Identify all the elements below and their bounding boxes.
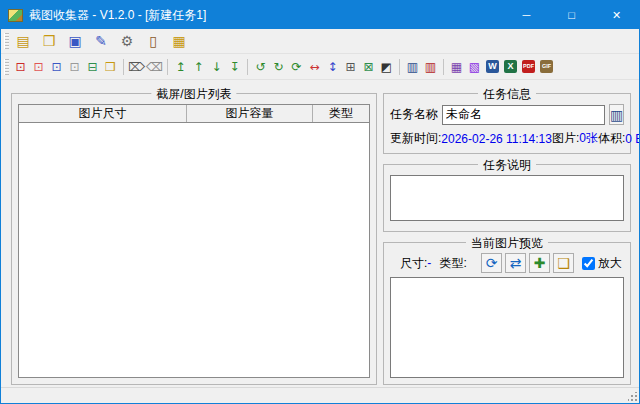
open-task-icon: ❒ bbox=[43, 34, 56, 48]
new-task-button[interactable]: ▤ bbox=[12, 30, 34, 52]
export-gif-icon: GIF bbox=[540, 60, 553, 73]
capture-delay-icon: ⊡ bbox=[69, 61, 79, 73]
move-down-button[interactable]: ↓ bbox=[208, 57, 225, 77]
flip-horizontal-icon: ↔ bbox=[309, 61, 319, 73]
image-list-body[interactable] bbox=[19, 123, 369, 377]
rotate-right-button[interactable]: ↻ bbox=[270, 57, 287, 77]
toolbar-separator bbox=[123, 59, 124, 75]
total-size-stat: 体积: 0 B bbox=[598, 130, 640, 147]
preview-buttons: ⟳⇄✚❑ bbox=[481, 253, 574, 273]
save-task-icon: ▥ bbox=[610, 108, 623, 122]
preview-image-area bbox=[390, 277, 624, 378]
move-top-button[interactable]: ↥ bbox=[172, 57, 189, 77]
save-task-button[interactable]: ▥ bbox=[609, 104, 624, 125]
exit-door-button[interactable]: ▯ bbox=[142, 30, 164, 52]
column-header-image-capacity[interactable]: 图片容量 bbox=[187, 105, 313, 122]
zoom-checkbox[interactable] bbox=[582, 257, 595, 270]
window-controls: ─ □ ✕ bbox=[504, 1, 639, 29]
maximize-button[interactable]: □ bbox=[549, 1, 594, 29]
settings-gear-button[interactable]: ⚙ bbox=[116, 30, 138, 52]
copy-preview-button[interactable]: ❑ bbox=[553, 253, 574, 273]
flip-vertical-button[interactable]: ↕ bbox=[324, 57, 341, 77]
rotate-180-button[interactable]: ⟳ bbox=[288, 57, 305, 77]
pin-window-icon: ✎ bbox=[95, 34, 107, 48]
flip-horizontal-button[interactable]: ↔ bbox=[306, 57, 323, 77]
left-panel: 截屏/图片列表 图片尺寸 图片容量 类型 bbox=[11, 93, 377, 385]
crop-image-button[interactable]: ⊠ bbox=[360, 57, 377, 77]
open-task-button[interactable]: ❒ bbox=[38, 30, 60, 52]
close-button[interactable]: ✕ bbox=[594, 1, 639, 29]
save-image-button[interactable]: ▥ bbox=[404, 57, 421, 77]
capture-region-button[interactable]: ⊡ bbox=[48, 57, 65, 77]
export-pdf-button[interactable]: PDF bbox=[520, 57, 537, 77]
minimize-button[interactable]: ─ bbox=[504, 1, 549, 29]
flip-vertical-icon: ↕ bbox=[327, 61, 337, 73]
zoom-checkbox-label[interactable]: 放大 bbox=[598, 255, 622, 272]
column-header-image-size[interactable]: 图片尺寸 bbox=[19, 105, 187, 122]
toolbar-separator bbox=[399, 59, 400, 75]
screen-capture-icon: ▣ bbox=[68, 34, 81, 48]
capture-window-button[interactable]: ⊡ bbox=[30, 57, 47, 77]
capture-window-icon: ⊡ bbox=[33, 61, 43, 73]
image-gallery-button[interactable]: ▦ bbox=[168, 30, 190, 52]
delete-all-button[interactable]: ⌫ bbox=[146, 57, 163, 77]
save-as-button[interactable]: ▥ bbox=[422, 57, 439, 77]
export-gif-button[interactable]: GIF bbox=[538, 57, 555, 77]
status-bar bbox=[1, 387, 639, 403]
task-desc-group-title: 任务说明 bbox=[478, 157, 536, 174]
screen-capture-button[interactable]: ▣ bbox=[64, 30, 86, 52]
toolbar-main: ▤❒▣✎⚙▯▦ bbox=[1, 29, 639, 54]
preview-size-label: 尺寸: bbox=[400, 255, 427, 272]
image-list-header: 图片尺寸 图片容量 类型 bbox=[19, 105, 369, 123]
move-top-icon: ↥ bbox=[175, 61, 185, 73]
rotate-left-icon: ↺ bbox=[255, 61, 265, 73]
refresh-preview-button[interactable]: ⟳ bbox=[481, 253, 502, 273]
resize-image-button[interactable]: ⊞ bbox=[342, 57, 359, 77]
delete-image-button[interactable]: ⌦ bbox=[128, 57, 145, 77]
image-viewer-button[interactable]: ▧ bbox=[466, 57, 483, 77]
delete-image-icon: ⌦ bbox=[128, 61, 145, 73]
column-header-type[interactable]: 类型 bbox=[313, 105, 369, 122]
grayscale-button[interactable]: ◩ bbox=[378, 57, 395, 77]
total-size-value: 0 B bbox=[625, 132, 640, 146]
capture-fullscreen-button[interactable]: ⊡ bbox=[12, 57, 29, 77]
task-name-label: 任务名称 bbox=[390, 106, 438, 123]
export-video-button[interactable]: ▦ bbox=[448, 57, 465, 77]
resize-grip[interactable] bbox=[628, 392, 637, 401]
move-bottom-icon: ↧ bbox=[229, 61, 239, 73]
app-window: 截图收集器 - V1.2.0 - [新建任务1] ─ □ ✕ ▤❒▣✎⚙▯▦ ⊡… bbox=[0, 0, 640, 404]
toolbar-image-buttons: ⊡⊡⊡⊡⊟❒⌦⌫↥↑↓↧↺↻⟳↔↕⊞⊠◩▥▥▦▧WXPDFGIF bbox=[12, 57, 555, 77]
task-desc-textarea[interactable] bbox=[390, 175, 624, 221]
reload-preview-button[interactable]: ⇄ bbox=[505, 253, 526, 273]
export-excel-button[interactable]: X bbox=[502, 57, 519, 77]
settings-gear-icon: ⚙ bbox=[121, 34, 134, 48]
copy-preview-icon: ❑ bbox=[557, 256, 570, 270]
paste-clipboard-button[interactable]: ⊟ bbox=[84, 57, 101, 77]
capture-delay-button[interactable]: ⊡ bbox=[66, 57, 83, 77]
import-image-button[interactable]: ❒ bbox=[102, 57, 119, 77]
image-count-value: 0张 bbox=[579, 130, 598, 147]
task-info-group-title: 任务信息 bbox=[478, 86, 536, 103]
refresh-preview-icon: ⟳ bbox=[486, 256, 498, 270]
toolbar-image: ⊡⊡⊡⊡⊟❒⌦⌫↥↑↓↧↺↻⟳↔↕⊞⊠◩▥▥▦▧WXPDFGIF bbox=[1, 54, 639, 80]
toolbar-gripper[interactable] bbox=[4, 33, 9, 49]
export-word-icon: W bbox=[486, 60, 499, 73]
export-word-button[interactable]: W bbox=[484, 57, 501, 77]
capture-fullscreen-icon: ⊡ bbox=[15, 61, 25, 73]
toolbar-gripper[interactable] bbox=[4, 59, 9, 75]
task-name-row: 任务名称 ▥ bbox=[390, 104, 624, 125]
preview-size-value: - bbox=[427, 256, 431, 270]
export-pdf-icon: PDF bbox=[522, 60, 535, 73]
exit-door-icon: ▯ bbox=[149, 34, 157, 48]
image-viewer-icon: ▧ bbox=[469, 61, 480, 73]
move-up-button[interactable]: ↑ bbox=[190, 57, 207, 77]
delete-all-icon: ⌫ bbox=[146, 61, 163, 73]
task-name-input[interactable] bbox=[442, 105, 605, 125]
updated-time-label: 更新时间: bbox=[390, 130, 441, 147]
preview-type-label: 类型: bbox=[440, 255, 467, 272]
fit-preview-button[interactable]: ✚ bbox=[529, 253, 550, 273]
rotate-left-button[interactable]: ↺ bbox=[252, 57, 269, 77]
pin-window-button[interactable]: ✎ bbox=[90, 30, 112, 52]
move-bottom-button[interactable]: ↧ bbox=[226, 57, 243, 77]
toolbar-separator bbox=[443, 59, 444, 75]
